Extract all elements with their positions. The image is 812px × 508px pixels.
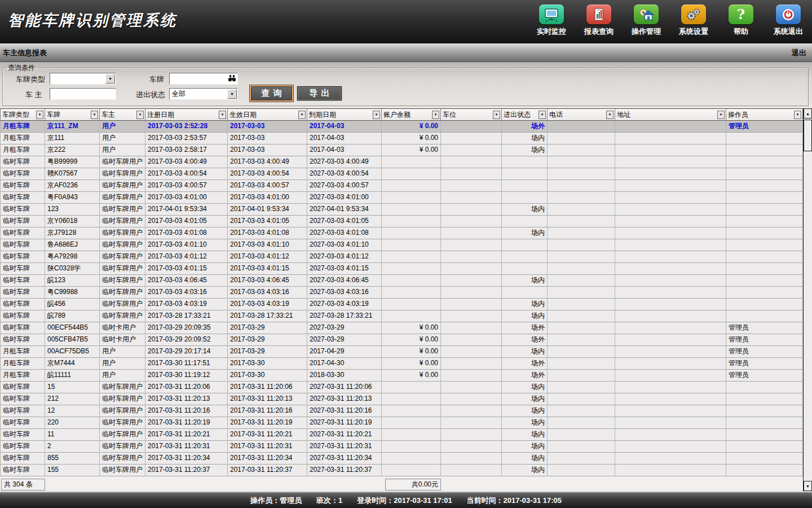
table-cell — [615, 204, 726, 216]
main-toolbar: 实时监控 报表查询 — [531, 5, 809, 37]
table-cell — [548, 429, 615, 441]
binoculars-search-icon[interactable] — [228, 75, 236, 84]
table-cell: ¥ 0.00 — [382, 322, 441, 334]
column-header[interactable]: 注册日期▼ — [145, 109, 228, 121]
table-row[interactable]: 临时车牌15临时车牌用户2017-03-31 11:20:062017-03-3… — [0, 382, 803, 393]
table-cell — [548, 144, 615, 156]
scrollbar-thumb[interactable] — [804, 120, 812, 151]
table-row[interactable]: 临时车牌陕C0328学临时车牌用户2017-03-03 4:01:152017-… — [0, 263, 803, 275]
table-row[interactable]: 临时车牌粤A79298临时车牌用户2017-03-03 4:01:122017-… — [0, 251, 803, 263]
filter-dropdown-icon[interactable]: ▼ — [539, 111, 546, 119]
table-row[interactable]: 月租车牌京222用户2017-03-03 2:58:172017-03-0320… — [0, 144, 803, 156]
scroll-up-icon[interactable]: ▲ — [804, 108, 812, 119]
exit-link[interactable]: 退出 — [792, 48, 806, 58]
owner-input[interactable] — [50, 88, 116, 100]
filter-dropdown-icon[interactable]: ▼ — [493, 111, 500, 119]
toolbar-label: 报表查询 — [584, 27, 614, 37]
table-cell: 2017-03-03 4:03:19 — [228, 299, 307, 310]
table-cell: 管理员 — [726, 334, 803, 346]
column-header[interactable]: 车主▼ — [100, 109, 145, 121]
toolbar-item-realtime-monitor[interactable]: 实时监控 — [531, 5, 572, 37]
table-cell: 2017-03-03 4:01:15 — [228, 263, 307, 275]
table-row[interactable]: 临时车牌123临时车牌用户2017-04-01 9:53:342017-04-0… — [0, 204, 803, 216]
table-row[interactable]: 临时车牌11临时车牌用户2017-03-31 11:20:212017-03-3… — [0, 429, 803, 441]
table-row[interactable]: 临时车牌皖123临时车牌用户2017-03-03 4:06:452017-03-… — [0, 275, 803, 287]
table-row[interactable]: 临时车牌155临时车牌用户2017-03-31 11:20:372017-03-… — [0, 465, 803, 476]
table-row[interactable]: 月租车牌皖11111用户2017-03-30 11:19:122017-03-3… — [0, 370, 803, 382]
table-row[interactable]: 临时车牌鲁A686EJ临时车牌用户2017-03-03 4:01:102017-… — [0, 239, 803, 251]
filter-dropdown-icon[interactable]: ▼ — [91, 111, 98, 119]
column-header[interactable]: 车牌▼ — [45, 109, 100, 121]
toolbar-item-help[interactable]: ? 帮助 — [721, 5, 761, 37]
table-row[interactable]: 临时车牌京J79128临时车牌用户2017-03-03 4:01:082017-… — [0, 227, 803, 239]
table-row[interactable]: 临时车牌005CFB47B5临时卡用户2017-03-29 20:09:5220… — [0, 334, 803, 346]
table-cell: 00ECF544B5 — [45, 322, 100, 334]
table-cell: 2 — [45, 441, 100, 453]
table-row[interactable]: 临时车牌粤F0A943临时车牌用户2017-03-03 4:01:002017-… — [0, 192, 803, 204]
table-row[interactable]: 临时车牌皖456临时车牌用户2017-03-03 4:03:192017-03-… — [0, 299, 803, 310]
table-row[interactable]: 月租车牌京M7444用户2017-03-30 11:17:512017-03-3… — [0, 358, 803, 370]
table-cell: 2017-03-31 11:20:19 — [145, 417, 228, 429]
filter-dropdown-icon[interactable]: ▼ — [373, 111, 380, 119]
table-row[interactable]: 临时车牌220临时车牌用户2017-03-31 11:20:192017-03-… — [0, 417, 803, 429]
filter-dropdown-icon[interactable]: ▼ — [794, 111, 801, 119]
filter-dropdown-icon[interactable]: ▼ — [136, 111, 144, 119]
table-row[interactable]: 临时车牌京Y06018临时车牌用户2017-03-03 4:01:052017-… — [0, 216, 803, 227]
query-button[interactable]: 查询 — [251, 86, 292, 100]
table-row[interactable]: 临时车牌京AF0236临时车牌用户2017-03-03 4:00:572017-… — [0, 180, 803, 192]
table-cell: 用户 — [100, 133, 145, 144]
toolbar-item-operation-management[interactable]: 操作管理 — [626, 5, 667, 37]
column-header[interactable]: 账户余额▼ — [382, 109, 441, 121]
table-row[interactable]: 临时车牌212临时车牌用户2017-03-31 11:20:132017-03-… — [0, 393, 803, 405]
filter-dropdown-icon[interactable]: ▼ — [432, 111, 439, 119]
vertical-scrollbar[interactable]: ▲ ▼ — [803, 108, 812, 491]
table-cell: 月租车牌 — [0, 358, 45, 370]
table-cell — [615, 382, 726, 393]
column-header[interactable]: 车牌类型▼ — [0, 109, 45, 121]
chevron-down-icon[interactable]: ▼ — [105, 74, 115, 84]
table-cell: 2017-03-03 4:00:54 — [228, 168, 307, 180]
table-row[interactable]: 临时车牌粤B99999临时车牌用户2017-03-03 4:00:492017-… — [0, 156, 803, 168]
filter-dropdown-icon[interactable]: ▼ — [298, 111, 306, 119]
toolbar-item-system-settings[interactable]: 系统设置 — [673, 5, 714, 37]
column-header[interactable]: 生效日期▼ — [228, 109, 307, 121]
table-cell — [726, 251, 803, 263]
table-cell — [502, 156, 548, 168]
plate-type-select[interactable]: ▼ — [50, 73, 116, 85]
query-fieldset: 查询条件 — [2, 63, 809, 106]
column-header[interactable]: 电话▼ — [548, 109, 615, 121]
table-cell: 2017-03-03 4:01:12 — [145, 251, 228, 263]
scroll-down-icon[interactable]: ▼ — [804, 481, 812, 491]
export-button[interactable]: 导出 — [297, 86, 342, 100]
table-cell: 粤F0A943 — [45, 192, 100, 204]
table-row[interactable]: 临时车牌00ECF544B5临时卡用户2017-03-29 20:09:3520… — [0, 322, 803, 334]
toolbar-item-report-query[interactable]: 报表查询 — [579, 5, 619, 37]
table-cell: 2017-03-03 4:06:45 — [145, 275, 228, 287]
table-row[interactable]: 临时车牌粤C99988临时车牌用户2017-03-03 4:03:162017-… — [0, 287, 803, 299]
filter-dropdown-icon[interactable]: ▼ — [219, 111, 226, 119]
table-cell — [382, 263, 441, 275]
table-row[interactable]: 月租车牌京111_ZM用户2017-03-03 2:52:282017-03-0… — [0, 121, 803, 133]
column-header[interactable]: 进出状态▼ — [502, 109, 548, 121]
table-cell: 京AF0236 — [45, 180, 100, 192]
inout-status-select[interactable]: 全部 ▼ — [169, 88, 238, 100]
table-row[interactable]: 临时车牌855临时车牌用户2017-03-31 11:20:342017-03-… — [0, 453, 803, 465]
filter-dropdown-icon[interactable]: ▼ — [717, 111, 725, 119]
column-header[interactable]: 地址▼ — [615, 109, 726, 121]
table-cell: 场内 — [502, 465, 548, 476]
table-row[interactable]: 月租车牌京111用户2017-03-03 2:53:572017-03-0320… — [0, 133, 803, 144]
toolbar-item-system-exit[interactable]: 系统退出 — [768, 5, 809, 37]
column-header[interactable]: 到期日期▼ — [307, 109, 382, 121]
filter-dropdown-icon[interactable]: ▼ — [606, 111, 614, 119]
column-header[interactable]: 车位▼ — [441, 109, 502, 121]
column-header[interactable]: 操作员▼ — [726, 109, 803, 121]
filter-dropdown-icon[interactable]: ▼ — [36, 111, 43, 119]
table-row[interactable]: 临时车牌赣K07567临时车牌用户2017-03-03 4:00:542017-… — [0, 168, 803, 180]
table-cell: 场内 — [502, 382, 548, 393]
chevron-down-icon[interactable]: ▼ — [227, 89, 237, 99]
table-row[interactable]: 月租车牌00ACF75DB5用户2017-03-29 20:17:142017-… — [0, 346, 803, 358]
table-row[interactable]: 临时车牌2临时车牌用户2017-03-31 11:20:312017-03-31… — [0, 441, 803, 453]
table-row[interactable]: 临时车牌皖789临时车牌用户2017-03-28 17:33:212017-03… — [0, 310, 803, 322]
table-cell: 粤B99999 — [45, 156, 100, 168]
table-row[interactable]: 临时车牌12临时车牌用户2017-03-31 11:20:162017-03-3… — [0, 405, 803, 417]
